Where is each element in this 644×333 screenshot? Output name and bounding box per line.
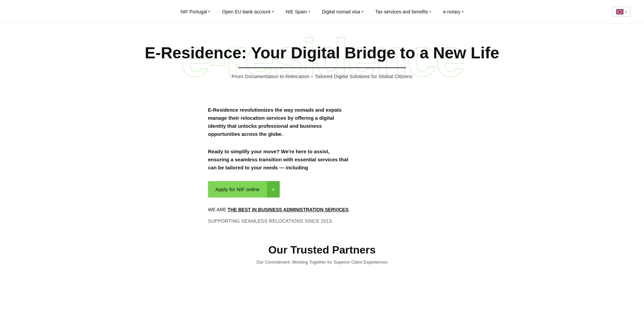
nav-label-open-eu-bank: Open EU bank account [222, 9, 271, 14]
description-text-1: E-Residence revolutionizes the way nomad… [208, 106, 349, 138]
nav-label-digital-nomad: Digital nomad visa [322, 9, 360, 14]
partners-title: Our Trusted Partners [134, 244, 510, 256]
nav-item-digital-nomad[interactable]: Digital nomad visa ▾ [317, 6, 368, 17]
chevron-down-icon: ▾ [272, 10, 274, 13]
chevron-down-icon: ▾ [362, 10, 363, 13]
chevron-down-icon: ▾ [308, 10, 310, 13]
nav-label-tax-services: Tax services and benefits [375, 9, 428, 14]
nav-label-nif-portugal: NIF Portugal [180, 9, 207, 14]
main-nav: NIF Portugal ▾ Open EU bank account ▾ NI… [0, 0, 644, 23]
uk-flag-icon [616, 9, 624, 14]
hero-section: e-residence E-Residence: Your Digital Br… [0, 23, 644, 106]
description-block-1: E-Residence revolutionizes the way nomad… [208, 106, 436, 138]
description-text-2: Ready to simplify your move? We're here … [208, 148, 349, 172]
lang-arrow: › [626, 9, 627, 14]
nav-items: NIF Portugal ▾ Open EU bank account ▾ NI… [176, 6, 468, 17]
description-block-2: Ready to simplify your move? We're here … [208, 148, 436, 172]
we-are-text: WE ARE THE BEST IN BUSINESS ADMINISTRATI… [208, 207, 436, 212]
partners-section: Our Trusted Partners Our Commitment: Wor… [121, 224, 523, 278]
nav-label-nie-spain: NIE Spain [286, 9, 307, 14]
chevron-down-icon: ▾ [429, 10, 431, 13]
nav-item-nie-spain[interactable]: NIE Spain ▾ [281, 6, 315, 17]
cta-button-label: Apply for NIF online [208, 182, 267, 197]
hero-title: E-Residence: Your Digital Bridge to a Ne… [13, 44, 631, 62]
main-content: E-Residence revolutionizes the way nomad… [195, 106, 449, 224]
language-selector[interactable]: › [612, 7, 631, 17]
hero-divider [238, 67, 406, 68]
chevron-down-icon: ▾ [208, 10, 210, 13]
supporting-text: SUPPORTING SEAMLESS RELOCATIONS SINCE 20… [208, 218, 436, 224]
we-are-suffix: . [348, 207, 350, 212]
hero-subtitle: From Documentation to Relocation – Tailo… [13, 73, 631, 79]
best-in-business-link[interactable]: THE BEST IN BUSINESS ADMINISTRATION SERV… [227, 207, 348, 212]
nav-item-nif-portugal[interactable]: NIF Portugal ▾ [176, 6, 215, 17]
hero-content: E-Residence: Your Digital Bridge to a Ne… [13, 44, 631, 79]
we-are-prefix: WE ARE [208, 207, 227, 212]
apply-nif-button[interactable]: Apply for NIF online › [208, 181, 280, 198]
nav-item-open-eu-bank[interactable]: Open EU bank account ▾ [217, 6, 278, 17]
nav-item-tax-services[interactable]: Tax services and benefits ▾ [371, 6, 436, 17]
chevron-down-icon: ▾ [462, 10, 464, 13]
nav-label-e-notary: e-notary [443, 9, 460, 14]
partners-subtitle: Our Commitment: Working Together for Sup… [134, 260, 510, 265]
nav-item-e-notary[interactable]: e-notary ▾ [438, 6, 468, 17]
cta-button-arrow-icon: › [267, 181, 280, 198]
